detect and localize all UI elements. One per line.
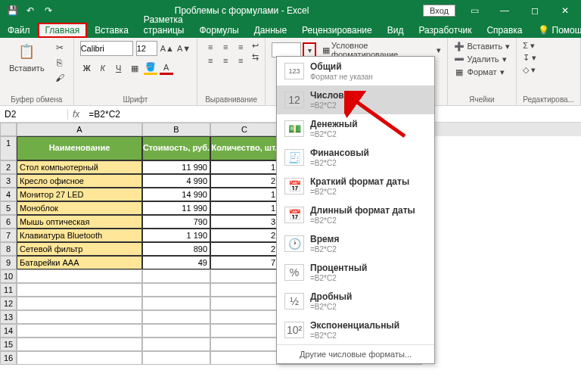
format-time[interactable]: 🕐Время=B2*C2 [277, 229, 434, 258]
cell-name[interactable]: Мышь оптическая [17, 215, 142, 229]
ribbon-options-icon[interactable]: ▭ [463, 5, 486, 16]
align-middle-icon[interactable]: ≡ [219, 41, 232, 53]
format-cells-button[interactable]: ▦Формат ▾ [454, 67, 505, 77]
cell-name[interactable]: Монитор 27 LED [17, 188, 142, 201]
cell-name[interactable]: Сетевой фильтр [17, 242, 142, 256]
format-painter-icon[interactable]: 🖌 [52, 71, 67, 85]
align-center-icon[interactable]: ≡ [219, 54, 232, 67]
cell-price[interactable]: 790 [142, 215, 210, 229]
row-header[interactable]: 13 [0, 310, 17, 324]
font-size-input[interactable] [136, 41, 157, 56]
header-qty[interactable]: Количество, шт. [210, 136, 278, 160]
cell-price[interactable]: 890 [142, 242, 210, 256]
tab-home[interactable]: Главная [38, 23, 88, 38]
delete-cells-button[interactable]: ➖Удалить ▾ [454, 54, 507, 64]
cell-qty[interactable]: 1 [210, 201, 278, 215]
tab-help[interactable]: Справка [479, 23, 530, 38]
cell-name[interactable]: Стол компьютерный [17, 160, 142, 174]
autosum-icon[interactable]: Σ ▾ [523, 41, 535, 51]
tab-layout[interactable]: Разметка страницы [136, 12, 192, 38]
cell-price[interactable]: 14 990 [142, 188, 210, 201]
name-box[interactable]: D2 [0, 109, 68, 120]
merge-icon[interactable]: ⇆ [252, 52, 259, 62]
cell-price[interactable]: 49 [142, 256, 210, 269]
undo-icon[interactable]: ↶ [23, 3, 38, 18]
fill-icon[interactable]: ↧ ▾ [523, 53, 536, 63]
align-bottom-icon[interactable]: ≡ [234, 41, 247, 53]
font-color-icon[interactable]: A [160, 61, 173, 75]
cell-qty[interactable]: 1 [210, 188, 278, 201]
paste-button[interactable]: 📋 Вставить [6, 41, 48, 75]
cell-price[interactable]: 11 990 [142, 201, 210, 215]
format-fraction[interactable]: ½Дробный=B2*C2 [277, 287, 434, 316]
cell-qty[interactable]: 2 [210, 229, 278, 242]
align-left-icon[interactable]: ≡ [204, 54, 217, 67]
align-right-icon[interactable]: ≡ [234, 54, 247, 67]
col-header-a[interactable]: A [17, 123, 142, 136]
row-header[interactable]: 6 [0, 215, 17, 229]
close-icon[interactable]: ✕ [554, 5, 576, 16]
format-scientific[interactable]: 10²Экспоненциальный=B2*C2 [277, 316, 434, 344]
copy-icon[interactable]: ⎘ [52, 56, 67, 70]
tab-view[interactable]: Вид [380, 23, 412, 38]
row-header[interactable]: 9 [0, 256, 17, 269]
align-top-icon[interactable]: ≡ [204, 41, 217, 53]
insert-cells-button[interactable]: ➕Вставить ▾ [454, 41, 511, 51]
header-name[interactable]: Наименование [17, 136, 142, 160]
cell-name[interactable]: Клавиатура Bluetooth [17, 229, 142, 242]
cell-name[interactable]: Батарейки AAA [17, 256, 142, 269]
increase-font-icon[interactable]: A▲ [160, 44, 174, 53]
row-header[interactable]: 7 [0, 229, 17, 242]
select-all-corner[interactable] [0, 123, 17, 136]
col-header-b[interactable]: B [142, 123, 210, 136]
maximize-icon[interactable]: ◻ [524, 5, 546, 16]
tab-data[interactable]: Данные [247, 23, 294, 38]
format-accounting[interactable]: 🧾Финансовый=B2*C2 [277, 143, 434, 172]
login-button[interactable]: Вход [423, 5, 455, 17]
bold-icon[interactable]: Ж [80, 61, 94, 75]
cell-price[interactable]: 1 190 [142, 229, 210, 242]
cell-qty[interactable]: 7 [210, 256, 278, 269]
row-header[interactable]: 15 [0, 338, 17, 351]
border-icon[interactable]: ▦ [128, 61, 141, 75]
cell-name[interactable]: Моноблок [17, 201, 142, 215]
cell-price[interactable]: 11 990 [142, 160, 210, 174]
row-header[interactable]: 11 [0, 283, 17, 297]
cell-qty[interactable]: 2 [210, 174, 278, 188]
clear-icon[interactable]: ◇ ▾ [523, 65, 536, 75]
row-header[interactable]: 12 [0, 297, 17, 310]
row-header-1[interactable]: 1 [0, 136, 17, 160]
row-header[interactable]: 5 [0, 201, 17, 215]
format-more[interactable]: Другие числовые форматы... [277, 344, 434, 363]
tab-developer[interactable]: Разработчик [411, 23, 479, 38]
cell-qty[interactable]: 1 [210, 160, 278, 174]
format-percent[interactable]: %Процентный=B2*C2 [277, 258, 434, 287]
tell-me[interactable]: 💡Помощь [530, 23, 581, 38]
header-price[interactable]: Стоимость, руб. [142, 136, 210, 160]
font-name-input[interactable] [80, 41, 133, 56]
format-long-date[interactable]: 📅Длинный формат даты=B2*C2 [277, 201, 434, 229]
cell-qty[interactable]: 2 [210, 242, 278, 256]
decrease-font-icon[interactable]: A▼ [177, 44, 191, 53]
format-number[interactable]: 12Числовой=B2*C2 [277, 86, 434, 114]
underline-icon[interactable]: Ч [112, 61, 126, 75]
save-icon[interactable]: 💾 [5, 3, 20, 18]
tab-insert[interactable]: Вставка [87, 23, 136, 38]
row-header[interactable]: 3 [0, 174, 17, 188]
cut-icon[interactable]: ✂ [52, 41, 67, 54]
number-format-box[interactable] [272, 42, 301, 58]
row-header[interactable]: 8 [0, 242, 17, 256]
fx-icon[interactable]: fx [68, 109, 84, 120]
col-header-c[interactable]: C [210, 123, 278, 136]
minimize-icon[interactable]: — [493, 5, 516, 16]
wrap-text-icon[interactable]: ↩ [252, 41, 259, 51]
row-header[interactable]: 2 [0, 160, 17, 174]
redo-icon[interactable]: ↷ [41, 3, 56, 18]
cell-qty[interactable]: 3 [210, 215, 278, 229]
row-header[interactable]: 10 [0, 269, 17, 283]
tab-review[interactable]: Рецензирование [294, 23, 380, 38]
number-format-dropdown[interactable]: ▾ [303, 42, 316, 58]
cell-price[interactable]: 4 990 [142, 174, 210, 188]
row-header[interactable]: 14 [0, 324, 17, 338]
tab-formulas[interactable]: Формулы [191, 23, 246, 38]
